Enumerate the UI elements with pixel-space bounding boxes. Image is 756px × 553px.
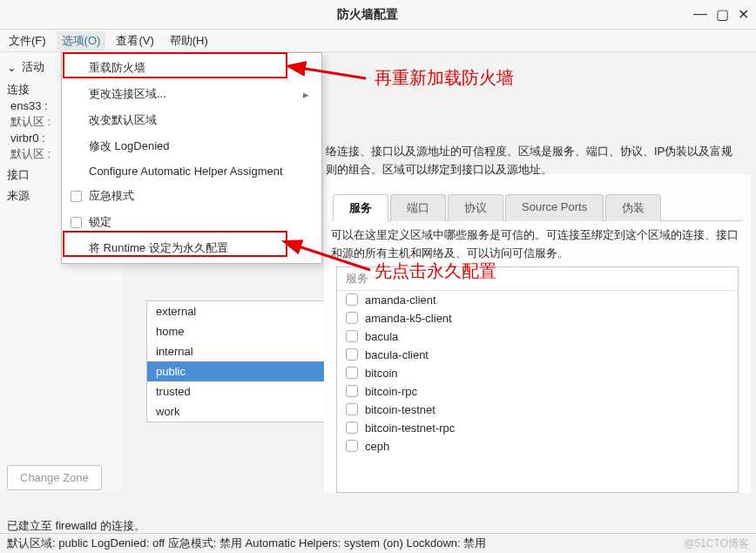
checkbox-icon: [71, 191, 82, 202]
checkbox-icon[interactable]: [346, 293, 358, 306]
menu-configure-auto-helper-label: Configure Automatic Helper Assigment: [89, 165, 283, 178]
service-row[interactable]: bitcoin-rpc: [337, 382, 738, 401]
zone-trusted[interactable]: trusted: [147, 381, 328, 401]
services-list: 服务 amanda-client amanda-k5-client bacula…: [336, 266, 739, 493]
minimize-button[interactable]: —: [693, 6, 707, 23]
chevron-down-icon: ⌄: [7, 61, 17, 74]
checkbox-icon[interactable]: [346, 348, 358, 361]
menu-change-default-zone-label: 改变默认区域: [89, 112, 157, 128]
chevron-right-icon: ▸: [303, 88, 309, 101]
window-title: 防火墙配置: [42, 7, 693, 23]
annotation-box-runtime: [63, 231, 287, 257]
checkbox-icon[interactable]: [346, 312, 358, 324]
zone-list: external home internal public trusted wo…: [146, 300, 329, 422]
zone-description: 络连接、接口以及源地址的可信程度。区域是服务、端口、协议、IP伪装以及富规则的组…: [324, 139, 747, 185]
status-connection: 已建立至 firewalld 的连接。: [7, 518, 145, 534]
tab-masquerade[interactable]: 伪装: [605, 194, 661, 221]
watermark: @51CTO博客: [684, 536, 749, 551]
checkbox-icon[interactable]: [346, 421, 358, 434]
close-button[interactable]: ✕: [738, 6, 749, 23]
statusbar: 默认区域: public LogDenied: off 应急模式: 禁用 Aut…: [0, 533, 756, 553]
menu-panic-mode-label: 应急模式: [89, 188, 134, 204]
tabs: 服务 端口 协议 Source Ports 伪装: [333, 193, 742, 221]
tab-ports[interactable]: 端口: [390, 194, 446, 221]
service-row[interactable]: ceph: [337, 437, 738, 455]
checkbox-icon[interactable]: [346, 367, 358, 379]
menu-modify-logdenied-label: 修改 LogDenied: [89, 138, 170, 154]
active-header-label: 活动: [22, 59, 44, 75]
zone-external[interactable]: external: [147, 301, 328, 321]
zone-internal[interactable]: internal: [147, 341, 328, 361]
change-zone-button[interactable]: Change Zone: [7, 465, 102, 490]
menu-modify-logdenied[interactable]: 修改 LogDenied: [62, 133, 321, 159]
zone-home[interactable]: home: [147, 321, 328, 341]
service-row[interactable]: bitcoin-testnet-rpc: [337, 419, 738, 437]
menu-change-connection-zone[interactable]: 更改连接区域... ▸: [62, 81, 321, 107]
menu-file[interactable]: 文件(F): [3, 31, 51, 51]
service-row[interactable]: bitcoin-testnet: [337, 401, 738, 419]
annotation-reload-text: 再重新加载防火墙: [375, 66, 514, 90]
checkbox-icon[interactable]: [346, 385, 358, 397]
menu-view[interactable]: 查看(V): [111, 31, 159, 51]
annotation-permanent-text: 先点击永久配置: [375, 260, 496, 283]
service-row[interactable]: bitcoin: [337, 364, 738, 382]
maximize-button[interactable]: ▢: [716, 6, 729, 23]
menubar: 文件(F) 选项(O) 查看(V) 帮助(H): [0, 30, 756, 52]
checkbox-icon[interactable]: [346, 403, 358, 415]
service-row[interactable]: bacula: [337, 327, 738, 346]
zone-public[interactable]: public: [147, 361, 328, 381]
zone-detail-pane: 络连接、接口以及源地址的可信程度。区域是服务、端口、协议、IP伪装以及富规则的组…: [324, 174, 751, 493]
service-row[interactable]: amanda-k5-client: [337, 309, 738, 327]
annotation-box-reload: [63, 52, 287, 78]
checkbox-icon: [71, 217, 82, 228]
menu-lockdown-label: 锁定: [89, 214, 111, 230]
titlebar: 防火墙配置 — ▢ ✕: [0, 0, 756, 30]
menu-help[interactable]: 帮助(H): [165, 31, 213, 51]
tab-services[interactable]: 服务: [333, 194, 388, 221]
menu-change-default-zone[interactable]: 改变默认区域: [62, 107, 321, 133]
menu-panic-mode[interactable]: 应急模式: [62, 183, 321, 209]
checkbox-icon[interactable]: [346, 440, 358, 452]
menu-change-connection-zone-label: 更改连接区域...: [89, 86, 166, 102]
tab-source-ports[interactable]: Source Ports: [505, 194, 604, 221]
menu-options[interactable]: 选项(O): [57, 31, 106, 51]
status-summary: 默认区域: public LogDenied: off 应急模式: 禁用 Aut…: [7, 536, 486, 551]
service-row[interactable]: amanda-client: [337, 291, 738, 309]
menu-configure-auto-helper[interactable]: Configure Automatic Helper Assigment: [62, 159, 321, 183]
checkbox-icon[interactable]: [346, 330, 358, 342]
zone-work[interactable]: work: [147, 401, 328, 421]
tab-protocols[interactable]: 协议: [448, 194, 503, 221]
service-row[interactable]: bacula-client: [337, 346, 738, 364]
